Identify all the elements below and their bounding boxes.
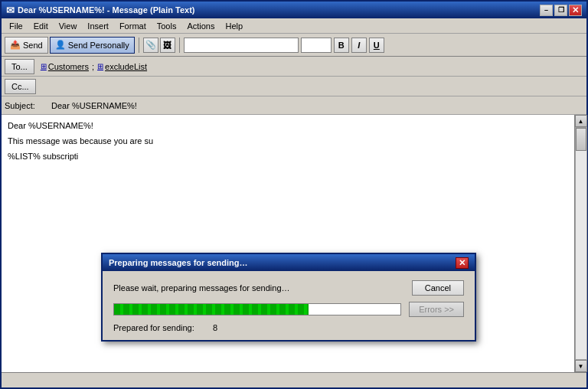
cc-button[interactable]: Cc...: [5, 79, 36, 94]
font-size-selector[interactable]: [301, 38, 332, 53]
menu-bar: File Edit View Insert Format Tools Actio…: [2, 18, 586, 34]
minimize-button[interactable]: –: [540, 5, 553, 16]
bold-button[interactable]: B: [334, 38, 349, 53]
subject-label: Subject:: [2, 101, 51, 110]
menu-actions[interactable]: Actions: [182, 21, 219, 31]
subject-value[interactable]: Dear %USERNAME%!: [51, 101, 586, 110]
menu-view[interactable]: View: [54, 21, 82, 31]
title-bar-buttons: – ❐ ✕: [540, 5, 582, 16]
menu-edit[interactable]: Edit: [29, 21, 53, 31]
contact-icon-2: ⊞: [97, 62, 103, 70]
status-bar: [2, 372, 586, 387]
restore-button[interactable]: ❐: [554, 5, 567, 16]
title-bar: ✉ Dear %USERNAME%! - Message (Plain Text…: [2, 2, 586, 18]
menu-format[interactable]: Format: [115, 21, 151, 31]
close-window-button[interactable]: ✕: [569, 5, 582, 16]
excludelist-label: excludeList: [105, 62, 147, 71]
separator-2: [179, 38, 180, 53]
dialog-close-button[interactable]: ✕: [456, 257, 469, 269]
send-button[interactable]: 📤 Send: [5, 37, 48, 54]
formatting-controls: B I U: [184, 38, 583, 53]
to-button[interactable]: To...: [5, 59, 34, 74]
body-line3: %LIST% subscripti: [8, 152, 568, 161]
font-selector[interactable]: [184, 38, 299, 53]
toolbar: 📤 Send 👤 Send Personally 📎 🖼 B I U: [2, 34, 586, 57]
body-line2: This message was because you are su: [8, 136, 568, 145]
compose-area: To... ⊞ Customers ; ⊞ excludeList Cc...: [2, 57, 586, 372]
send-personally-icon: 👤: [55, 40, 66, 50]
menu-file[interactable]: File: [5, 21, 28, 31]
send-personally-button[interactable]: 👤 Send Personally: [50, 37, 135, 54]
attach-button[interactable]: 📎: [143, 38, 158, 53]
to-field: ⊞ Customers ; ⊞ excludeList: [38, 62, 586, 71]
progress-bar-container: [113, 303, 401, 315]
cc-input[interactable]: [42, 82, 583, 91]
subject-row: Subject: Dear %USERNAME%!: [2, 96, 586, 115]
to-row: To... ⊞ Customers ; ⊞ excludeList: [2, 57, 586, 77]
body-line1: Dear %USERNAME%!: [8, 121, 568, 130]
compose-main: Dear %USERNAME%! This message was becaus…: [2, 115, 586, 372]
scroll-track[interactable]: [575, 127, 587, 360]
preparing-dialog: Preparing messages for sending… ✕ Please…: [101, 253, 476, 342]
dialog-prepared-label: Prepared for sending:: [113, 323, 205, 332]
customers-contact[interactable]: ⊞ Customers: [41, 62, 89, 71]
menu-help[interactable]: Help: [220, 21, 247, 31]
window-title: Dear %USERNAME%! - Message (Plain Text): [18, 5, 194, 15]
contact-separator: ;: [92, 62, 94, 71]
scroll-down[interactable]: ▼: [575, 360, 587, 372]
menu-tools[interactable]: Tools: [152, 21, 181, 31]
menu-insert[interactable]: Insert: [83, 21, 113, 31]
dialog-status-row: Please wait, preparing messages for send…: [113, 280, 464, 296]
separator-1: [139, 38, 139, 53]
progress-bar: [114, 304, 309, 315]
insert-button[interactable]: 🖼: [160, 38, 175, 53]
dialog-cancel-button[interactable]: Cancel: [412, 280, 464, 296]
title-bar-left: ✉ Dear %USERNAME%! - Message (Plain Text…: [6, 5, 194, 16]
dialog-prepared-row: Prepared for sending: 8: [113, 323, 464, 332]
dialog-body: Please wait, preparing messages for send…: [103, 271, 475, 340]
dialog-title-bar: Preparing messages for sending… ✕: [103, 254, 475, 271]
dialog-prepared-value: 8: [213, 323, 217, 332]
excludelist-contact[interactable]: ⊞ excludeList: [97, 62, 147, 71]
send-personally-label: Send Personally: [68, 41, 129, 50]
send-icon: 📤: [10, 40, 21, 50]
main-window: ✉ Dear %USERNAME%! - Message (Plain Text…: [0, 0, 588, 389]
cc-field: [39, 82, 586, 91]
customers-label: Customers: [48, 62, 89, 71]
scrollbar: ▲ ▼: [574, 115, 586, 372]
cc-row: Cc...: [2, 77, 586, 96]
dialog-status-text: Please wait, preparing messages for send…: [113, 283, 404, 293]
send-label: Send: [23, 41, 43, 50]
underline-button[interactable]: U: [369, 38, 384, 53]
dialog-progress-row: Errors >>: [113, 302, 464, 317]
dialog-errors-button[interactable]: Errors >>: [409, 302, 464, 317]
app-icon: ✉: [6, 5, 15, 16]
italic-button[interactable]: I: [351, 38, 367, 53]
scroll-up[interactable]: ▲: [575, 115, 587, 127]
dialog-title-text: Preparing messages for sending…: [109, 258, 248, 267]
contact-icon-1: ⊞: [41, 62, 47, 70]
scroll-thumb[interactable]: [576, 128, 586, 151]
